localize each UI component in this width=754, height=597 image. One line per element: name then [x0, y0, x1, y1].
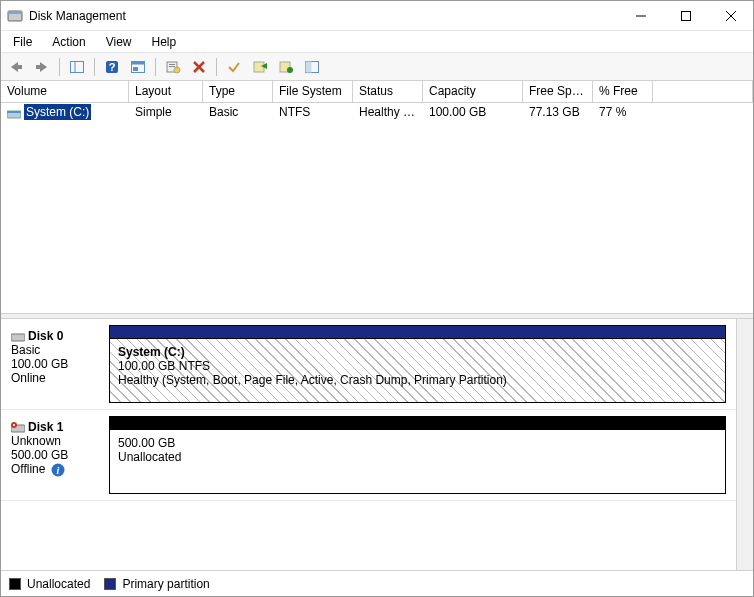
svg-point-24: [287, 67, 293, 73]
col-type[interactable]: Type: [203, 81, 273, 102]
disk-type: Unknown: [11, 434, 99, 448]
disk-state: Offline: [11, 462, 45, 476]
volume-type: Basic: [203, 104, 273, 120]
menu-bar: File Action View Help: [1, 31, 753, 53]
info-icon[interactable]: i: [51, 463, 65, 477]
col-capacity[interactable]: Capacity: [423, 81, 523, 102]
graphical-view-button[interactable]: [301, 56, 323, 78]
minimize-button[interactable]: [618, 1, 663, 31]
disk-type: Basic: [11, 343, 99, 357]
disk-info-panel[interactable]: Disk 0 Basic 100.00 GB Online: [7, 325, 103, 403]
col-free-space[interactable]: Free Spa...: [523, 81, 593, 102]
col-file-system[interactable]: File System: [273, 81, 353, 102]
col-spacer: [653, 81, 753, 102]
partition-box[interactable]: 500.00 GB Unallocated: [109, 430, 726, 494]
toolbar: ?: [1, 53, 753, 81]
svg-rect-21: [254, 62, 264, 72]
col-percent-free[interactable]: % Free: [593, 81, 653, 102]
partition-title: System (C:): [118, 345, 717, 359]
close-button[interactable]: [708, 1, 753, 31]
disk-row: Disk 0 Basic 100.00 GB Online System (C:…: [1, 319, 736, 410]
svg-rect-7: [36, 65, 42, 69]
maximize-button[interactable]: [663, 1, 708, 31]
partition-size: 500.00 GB: [118, 436, 717, 450]
svg-rect-14: [133, 67, 138, 71]
svg-rect-16: [169, 64, 175, 65]
partition-status: Unallocated: [118, 450, 717, 464]
partition-box[interactable]: System (C:) 100.00 GB NTFS Healthy (Syst…: [109, 339, 726, 403]
svg-text:i: i: [56, 465, 59, 476]
volume-name: System (C:): [24, 104, 91, 120]
col-status[interactable]: Status: [353, 81, 423, 102]
swatch-primary: [104, 578, 116, 590]
vertical-scrollbar[interactable]: [736, 319, 753, 570]
partition-color-bar: [109, 416, 726, 430]
volume-icon: [7, 108, 21, 118]
svg-rect-13: [132, 61, 145, 64]
svg-rect-28: [7, 111, 21, 113]
disk-row: Disk 1 Unknown 500.00 GB Offline i 500.0…: [1, 410, 736, 501]
nav-forward-button[interactable]: [31, 56, 53, 78]
disk-list-button[interactable]: [249, 56, 271, 78]
menu-view[interactable]: View: [98, 33, 140, 51]
menu-file[interactable]: File: [5, 33, 40, 51]
menu-action[interactable]: Action: [44, 33, 93, 51]
swatch-unallocated: [9, 578, 21, 590]
disk-info-panel[interactable]: Disk 1 Unknown 500.00 GB Offline i: [7, 416, 103, 494]
nav-back-button[interactable]: [5, 56, 27, 78]
svg-point-18: [174, 67, 180, 73]
volume-row[interactable]: System (C:) Simple Basic NTFS Healthy (S…: [1, 103, 753, 121]
volume-list[interactable]: System (C:) Simple Basic NTFS Healthy (S…: [1, 103, 753, 313]
disk-graphical-view: Disk 0 Basic 100.00 GB Online System (C:…: [1, 319, 736, 570]
svg-rect-26: [306, 61, 312, 72]
legend: Unallocated Primary partition: [1, 570, 753, 596]
svg-rect-6: [16, 65, 22, 69]
svg-rect-29: [11, 334, 25, 341]
legend-primary: Primary partition: [104, 577, 209, 591]
partition-status: Healthy (System, Boot, Page File, Active…: [118, 373, 717, 387]
svg-point-32: [13, 424, 15, 426]
app-icon: [7, 8, 23, 24]
menu-help[interactable]: Help: [144, 33, 185, 51]
volume-free: 77.13 GB: [523, 104, 593, 120]
disk-name: Disk 1: [28, 420, 63, 434]
volume-list-button[interactable]: [275, 56, 297, 78]
disk-size: 500.00 GB: [11, 448, 99, 462]
volume-pfree: 77 %: [593, 104, 653, 120]
volume-layout: Simple: [129, 104, 203, 120]
show-hide-tree-button[interactable]: [66, 56, 88, 78]
window-title: Disk Management: [29, 9, 126, 23]
disk-name: Disk 0: [28, 329, 63, 343]
disk-size: 100.00 GB: [11, 357, 99, 371]
svg-rect-8: [71, 61, 84, 72]
partition-size: 100.00 GB NTFS: [118, 359, 717, 373]
svg-rect-17: [169, 66, 175, 67]
refresh-button[interactable]: [127, 56, 149, 78]
volume-status: Healthy (S...: [353, 104, 423, 120]
disk-state: Online: [11, 371, 99, 385]
legend-unallocated: Unallocated: [9, 577, 90, 591]
delete-button[interactable]: [188, 56, 210, 78]
check-button[interactable]: [223, 56, 245, 78]
disk-icon: [11, 332, 25, 342]
volume-fs: NTFS: [273, 104, 353, 120]
volume-list-header: Volume Layout Type File System Status Ca…: [1, 81, 753, 103]
title-bar: Disk Management: [1, 1, 753, 31]
disk-error-icon: [11, 422, 25, 434]
partition-color-bar: [109, 325, 726, 339]
svg-rect-3: [681, 11, 690, 20]
col-layout[interactable]: Layout: [129, 81, 203, 102]
properties-button[interactable]: [162, 56, 184, 78]
svg-text:?: ?: [109, 61, 116, 73]
col-volume[interactable]: Volume: [1, 81, 129, 102]
help-button[interactable]: ?: [101, 56, 123, 78]
volume-capacity: 100.00 GB: [423, 104, 523, 120]
svg-rect-1: [8, 11, 22, 14]
